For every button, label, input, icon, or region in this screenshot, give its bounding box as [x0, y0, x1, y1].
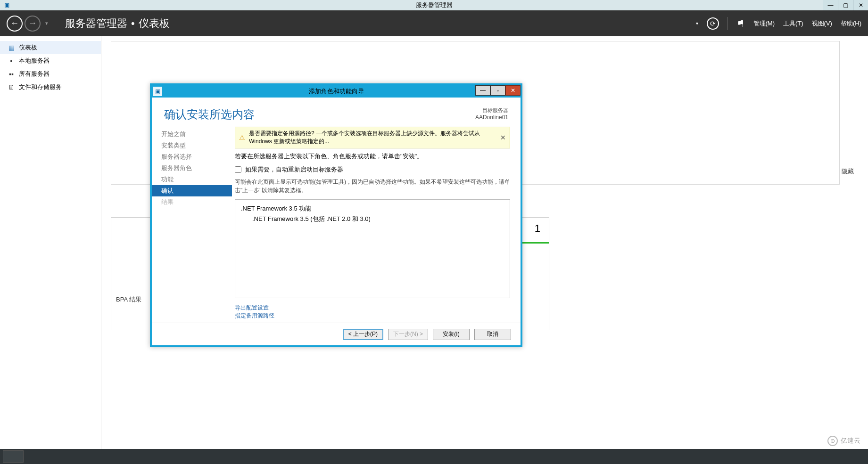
warning-icon: ⚠ [239, 134, 245, 141]
watermark: ⊙ 亿速云 [827, 436, 860, 446]
dialog-minimize-button[interactable]: — [475, 85, 490, 96]
sidebar-item-label: 所有服务器 [19, 70, 50, 78]
system-title-bar: ▣ 服务器管理器 — ▢ ✕ [0, 0, 868, 10]
refresh-icon[interactable]: ⟳ [707, 17, 719, 30]
menu-tools[interactable]: 工具(T) [783, 19, 803, 28]
taskbar[interactable] [0, 449, 868, 464]
dialog-target: 目标服务器 AADonline01 [475, 107, 508, 121]
main: ▦ 仪表板 ▪ 本地服务器 ▪▪ 所有服务器 🗎 文件和存储服务 隐藏 BPA … [0, 36, 868, 464]
dialog-title-bar[interactable]: ▣ 添加角色和功能向导 — ▫ ✕ [152, 85, 521, 98]
dropdown-caret-icon[interactable]: ▾ [696, 21, 698, 26]
step-install-type[interactable]: 安装类型 [152, 140, 232, 151]
app-icon: ▣ [2, 0, 11, 10]
wizard-steps: 开始之前 安装类型 服务器选择 服务器角色 功能 确认 结果 [152, 127, 232, 319]
sidebar-item-file-storage[interactable]: 🗎 文件和存储服务 [0, 81, 101, 94]
auto-restart-checkbox-row[interactable]: 如果需要，自动重新启动目标服务器 [235, 165, 510, 174]
auto-restart-checkbox[interactable] [235, 166, 241, 173]
step-server-roles[interactable]: 服务器角色 [152, 163, 232, 174]
step-before-begin[interactable]: 开始之前 [152, 129, 232, 140]
window-controls: — ▢ ✕ [823, 0, 868, 10]
step-results: 结果 [152, 196, 232, 208]
menu-manage[interactable]: 管理(M) [753, 19, 775, 28]
step-features[interactable]: 功能 [152, 174, 232, 185]
feature-child: .NET Framework 3.5 (包括 .NET 2.0 和 3.0) [241, 215, 504, 223]
next-button: 下一步(N) > [388, 329, 428, 340]
storage-icon: 🗎 [8, 83, 15, 91]
sidebar-item-all-servers[interactable]: ▪▪ 所有服务器 [0, 67, 101, 81]
install-button[interactable]: 安装(I) [433, 329, 470, 340]
close-button[interactable]: ✕ [853, 0, 868, 10]
taskbar-button[interactable] [3, 450, 24, 463]
dashboard-icon: ▦ [8, 44, 15, 51]
step-server-select[interactable]: 服务器选择 [152, 151, 232, 163]
nav-divider [727, 17, 728, 30]
dialog-links: 导出配置设置 指定备用源路径 [235, 304, 510, 320]
dialog-window-controls: — ▫ ✕ [475, 85, 521, 96]
content: 隐藏 BPA 结果 BPA 结果 1 ▣ 添加角色和功能向导 — ▫ ✕ [101, 36, 868, 464]
sidebar-item-label: 本地服务器 [19, 57, 50, 65]
maximize-button[interactable]: ▢ [838, 0, 853, 10]
nav-right: ▾ ⟳ ⚑ 管理(M) 工具(T) 视图(V) 帮助(H) [696, 17, 862, 30]
watermark-text: 亿速云 [841, 437, 860, 445]
breadcrumb-root[interactable]: 服务器管理器 [65, 16, 127, 31]
nav-chevron-icon[interactable]: ▾ [45, 20, 48, 26]
warning-close-icon[interactable]: ✕ [500, 134, 506, 141]
cancel-button[interactable]: 取消 [474, 329, 511, 340]
dialog-heading: 确认安装所选内容 [164, 107, 255, 122]
target-label: 目标服务器 [475, 107, 508, 114]
note-text: 可能会在此页面上显示可选功能(如管理工具)，因为已自动选择这些功能。如果不希望安… [235, 178, 510, 195]
dialog-maximize-button[interactable]: ▫ [490, 85, 505, 96]
dialog-app-icon: ▣ [153, 87, 162, 96]
forward-button[interactable]: → [25, 16, 41, 32]
sidebar: ▦ 仪表板 ▪ 本地服务器 ▪▪ 所有服务器 🗎 文件和存储服务 [0, 36, 101, 464]
window-title: 服务器管理器 [416, 1, 453, 9]
menu-help[interactable]: 帮助(H) [841, 19, 861, 28]
add-roles-wizard-dialog: ▣ 添加角色和功能向导 — ▫ ✕ 确认安装所选内容 目标服务器 AADonli… [150, 83, 522, 347]
export-config-link[interactable]: 导出配置设置 [235, 304, 510, 312]
previous-button[interactable]: < 上一步(P) [343, 329, 383, 340]
breadcrumb-separator: • [131, 17, 135, 30]
feature-parent: .NET Framework 3.5 功能 [241, 204, 504, 213]
minimize-button[interactable]: — [823, 0, 838, 10]
dialog-title: 添加角色和功能向导 [309, 87, 364, 96]
dialog-split: 开始之前 安装类型 服务器选择 服务器角色 功能 确认 结果 ⚠ 是否需要指定备… [152, 127, 521, 319]
alternate-source-link[interactable]: 指定备用源路径 [235, 312, 510, 320]
server-icon: ▪ [8, 57, 15, 65]
dialog-body: 确认安装所选内容 目标服务器 AADonline01 开始之前 安装类型 服务器… [152, 98, 521, 323]
nav-bar: ← → ▾ 服务器管理器 • 仪表板 ▾ ⟳ ⚑ 管理(M) 工具(T) 视图(… [0, 10, 868, 36]
target-value: AADonline01 [475, 114, 508, 121]
warning-text: 是否需要指定备用源路径? 一个或多个安装选项在目标服务器上缺少源文件。服务器将尝… [249, 130, 496, 146]
step-confirm[interactable]: 确认 [152, 185, 232, 196]
menu-view[interactable]: 视图(V) [812, 19, 832, 28]
breadcrumb: 服务器管理器 • 仪表板 [65, 16, 170, 31]
servers-icon: ▪▪ [8, 70, 15, 78]
sidebar-item-label: 文件和存储服务 [19, 83, 62, 91]
back-button[interactable]: ← [7, 16, 23, 32]
feature-list[interactable]: .NET Framework 3.5 功能 .NET Framework 3.5… [235, 199, 510, 298]
instruction-text: 若要在所选服务器上安装以下角色、角色服务或功能，请单击"安装"。 [235, 152, 510, 161]
dialog-close-button[interactable]: ✕ [505, 85, 521, 96]
checkbox-label: 如果需要，自动重新启动目标服务器 [245, 165, 343, 174]
warning-bar: ⚠ 是否需要指定备用源路径? 一个或多个安装选项在目标服务器上缺少源文件。服务器… [235, 127, 510, 148]
sidebar-item-label: 仪表板 [19, 43, 37, 52]
dialog-footer: < 上一步(P) 下一步(N) > 安装(I) 取消 [152, 323, 521, 345]
sidebar-item-dashboard[interactable]: ▦ 仪表板 [0, 41, 101, 54]
hide-link[interactable]: 隐藏 [842, 167, 854, 176]
watermark-icon: ⊙ [827, 436, 838, 446]
dialog-right-pane: ⚠ 是否需要指定备用源路径? 一个或多个安装选项在目标服务器上缺少源文件。服务器… [232, 127, 521, 319]
dialog-header: 确认安装所选内容 目标服务器 AADonline01 [152, 98, 521, 127]
breadcrumb-current: 仪表板 [139, 16, 170, 31]
sidebar-item-local-server[interactable]: ▪ 本地服务器 [0, 54, 101, 67]
notifications-flag-icon[interactable]: ⚑ [736, 18, 745, 29]
